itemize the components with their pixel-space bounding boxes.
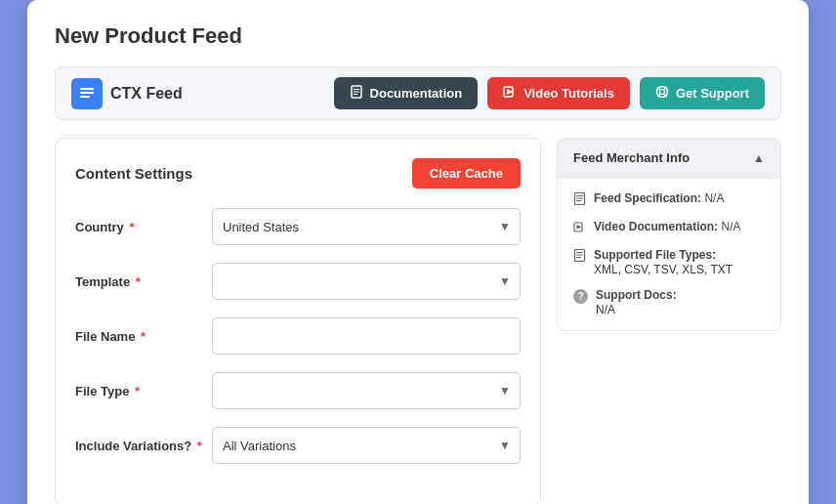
svg-rect-22 bbox=[576, 255, 583, 256]
svg-rect-16 bbox=[576, 198, 583, 199]
svg-rect-15 bbox=[576, 195, 583, 196]
svg-rect-1 bbox=[80, 92, 94, 94]
template-required: * bbox=[132, 274, 141, 289]
file-type-row: File Type * XML CSV TSV XLS TXT ▼ bbox=[75, 372, 521, 409]
documentation-label: Documentation bbox=[370, 86, 463, 101]
brand-logo: CTX Feed bbox=[71, 78, 183, 109]
content-settings-panel: Content Settings Clear Cache Country * U… bbox=[55, 138, 541, 504]
svg-marker-8 bbox=[507, 89, 513, 95]
svg-rect-21 bbox=[576, 252, 583, 253]
support-docs-item: ? Support Docs: N/A bbox=[573, 288, 765, 316]
svg-marker-19 bbox=[577, 225, 582, 230]
video-tutorials-label: Video Tutorials bbox=[523, 86, 614, 101]
header-bar: CTX Feed Documentation Video Tutorials G… bbox=[55, 66, 781, 120]
video-tutorials-button[interactable]: Video Tutorials bbox=[487, 77, 630, 109]
include-variations-select[interactable]: All Variations No Variations Only Parent bbox=[212, 427, 521, 464]
video-documentation-text: Video Documentation: N/A bbox=[594, 220, 740, 233]
section-header: Content Settings Clear Cache bbox=[75, 158, 521, 189]
file-type-required: * bbox=[131, 384, 140, 399]
country-select-wrapper: United States United Kingdom Canada Aust… bbox=[212, 208, 521, 245]
get-support-button[interactable]: Get Support bbox=[640, 77, 765, 109]
file-name-label: File Name * bbox=[75, 329, 212, 344]
svg-rect-5 bbox=[354, 92, 359, 93]
include-variations-select-wrapper: All Variations No Variations Only Parent… bbox=[212, 427, 521, 464]
video-documentation-item: Video Documentation: N/A bbox=[573, 220, 765, 236]
support-docs-text: Support Docs: N/A bbox=[596, 288, 677, 316]
feed-specification-item: Feed Specification: N/A bbox=[573, 191, 765, 208]
file-type-select[interactable]: XML CSV TSV XLS TXT bbox=[212, 372, 521, 409]
file-name-row: File Name * bbox=[75, 317, 521, 355]
brand-name: CTX Feed bbox=[110, 85, 183, 103]
sidebar-collapse-icon[interactable]: ▲ bbox=[753, 151, 765, 165]
template-select[interactable] bbox=[212, 263, 521, 300]
template-row: Template * ▼ bbox=[75, 263, 521, 300]
svg-rect-2 bbox=[80, 96, 90, 98]
file-type-select-wrapper: XML CSV TSV XLS TXT ▼ bbox=[212, 372, 521, 409]
content-settings-title: Content Settings bbox=[75, 165, 192, 182]
include-variations-required: * bbox=[193, 439, 202, 453]
main-content: Content Settings Clear Cache Country * U… bbox=[55, 138, 781, 504]
include-variations-row: Include Variations? * All Variations No … bbox=[75, 427, 521, 464]
sidebar-header: Feed Merchant Info ▲ bbox=[558, 139, 780, 178]
video-icon bbox=[503, 85, 517, 102]
brand-icon bbox=[71, 78, 103, 109]
template-select-wrapper: ▼ bbox=[212, 263, 521, 300]
file-type-label: File Type * bbox=[75, 384, 212, 399]
sidebar-panel: Feed Merchant Info ▲ Feed Specification:… bbox=[557, 138, 781, 331]
clear-cache-button[interactable]: Clear Cache bbox=[412, 158, 521, 189]
file-name-input[interactable] bbox=[212, 317, 521, 355]
svg-rect-6 bbox=[354, 94, 357, 95]
video-doc-icon bbox=[573, 221, 586, 236]
template-label: Template * bbox=[75, 274, 212, 289]
file-types-icon bbox=[573, 249, 586, 265]
get-support-label: Get Support bbox=[676, 86, 749, 101]
sidebar-body: Feed Specification: N/A Video Documentat… bbox=[558, 178, 780, 330]
country-row: Country * United States United Kingdom C… bbox=[75, 208, 521, 245]
country-required: * bbox=[126, 220, 135, 234]
documentation-button[interactable]: Documentation bbox=[334, 77, 479, 109]
svg-rect-4 bbox=[354, 89, 359, 90]
header-buttons: Documentation Video Tutorials Get Suppor… bbox=[334, 77, 765, 109]
svg-rect-0 bbox=[80, 88, 94, 90]
feed-specification-text: Feed Specification: N/A bbox=[594, 191, 724, 205]
supported-file-types-item: Supported File Types: XML, CSV, TSV, XLS… bbox=[573, 248, 765, 276]
supported-file-types-text: Supported File Types: XML, CSV, TSV, XLS… bbox=[594, 248, 732, 276]
page-title: New Product Feed bbox=[55, 23, 781, 49]
country-select[interactable]: United States United Kingdom Canada Aust… bbox=[212, 208, 521, 245]
feed-spec-icon bbox=[573, 192, 586, 208]
sidebar-title: Feed Merchant Info bbox=[573, 150, 690, 165]
support-docs-help-icon: ? bbox=[573, 289, 588, 304]
country-label: Country * bbox=[75, 220, 212, 234]
svg-rect-17 bbox=[576, 200, 581, 201]
file-name-required: * bbox=[137, 329, 146, 344]
doc-icon bbox=[350, 85, 363, 102]
include-variations-label: Include Variations? * bbox=[75, 439, 212, 453]
support-icon bbox=[655, 85, 669, 102]
svg-rect-23 bbox=[576, 257, 581, 258]
